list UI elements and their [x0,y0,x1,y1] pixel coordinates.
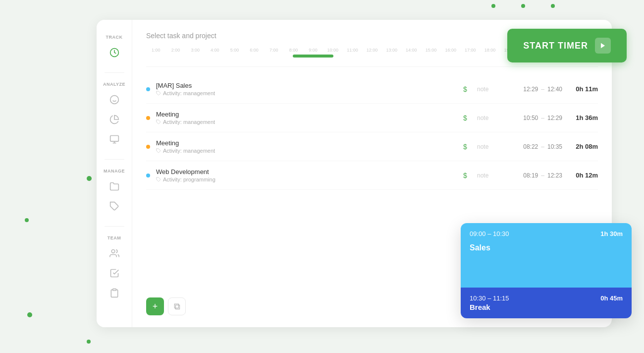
entry-note: note [477,172,497,179]
table-row[interactable]: MeetingActivity: management$note10:50–12… [146,104,598,132]
entry-billing: $ [459,114,471,122]
sidebar-section-label-analyze: ANALYZE [103,82,125,87]
entry-name: Web Development [156,168,453,176]
popup-sales-duration: 1h 30m [600,230,623,237]
svg-rect-9 [112,289,116,291]
popup-break-title: Break [470,303,623,311]
entry-time-range: 10:50–12:29 [503,115,562,121]
entry-info: [MAR] SalesActivity: management [156,82,453,96]
sidebar-section-label-manage: MANAGE [104,169,125,174]
popup-bottom-section: 10:30 – 11:15 0h 45m Break [461,288,632,318]
sidebar-icon-team-clipboard[interactable] [106,284,123,302]
sidebar-icon-analyze-pie[interactable] [106,111,123,128]
table-row[interactable]: MeetingActivity: management$note08:22–10… [146,132,598,161]
hour-label: 11:00 [343,48,363,53]
popup-break-duration: 0h 45m [600,294,623,302]
sidebar-section-team: TEAM [97,231,132,309]
entry-name: Meeting [156,139,453,147]
entry-activity: Activity: programming [156,176,453,182]
sidebar-icon-track[interactable] [106,44,123,61]
popup-top-header: 09:00 – 10:30 1h 30m [470,230,623,237]
entry-dot [146,116,150,120]
entry-dot [146,174,150,177]
sidebar-divider [105,72,124,73]
svg-rect-4 [110,136,118,142]
decorative-dot [27,312,32,317]
entry-billing: $ [459,172,471,179]
decorative-dot [87,176,92,181]
entry-billing: $ [459,143,471,151]
sidebar-section-label-team: TEAM [107,235,121,240]
table-row[interactable]: [MAR] SalesActivity: management$note12:2… [146,75,598,104]
entry-info: Web DevelopmentActivity: programming [156,168,453,182]
sidebar: TRACK ANALYZE [97,20,132,327]
table-row[interactable]: Web DevelopmentActivity: programming$not… [146,161,598,190]
sidebar-icon-team-checklist[interactable] [106,264,123,282]
entry-dot [146,87,150,91]
hour-label: 14:00 [402,48,422,53]
hour-label: 18:00 [480,48,500,53]
hour-label: 5:00 [225,48,245,53]
entry-duration: 0h 11m [568,85,598,93]
entry-name: Meeting [156,111,453,118]
decorative-dot [551,4,555,8]
entry-info: MeetingActivity: management [156,111,453,125]
copy-entry-button[interactable]: ⧉ [168,297,186,315]
hour-label: 2:00 [166,48,186,53]
hour-label: 16:00 [441,48,461,53]
decorative-dot [25,218,29,222]
timeline-segment [293,55,333,58]
popup-sales-title: Sales [470,243,623,252]
hour-label: 17:00 [461,48,481,53]
entry-activity: Activity: management [156,119,453,125]
entry-duration: 0h 12m [568,172,598,179]
decorative-dot [491,4,495,8]
start-timer-label: START TIMER [523,41,588,51]
hour-label: 3:00 [185,48,205,53]
entry-name: [MAR] Sales [156,82,453,89]
sidebar-section-track: TRACK [97,30,132,68]
entry-note: note [477,115,497,121]
sidebar-section-label-track: TRACK [106,35,123,40]
hour-label: 1:00 [146,48,166,53]
sidebar-icon-manage-tags[interactable] [106,197,123,215]
sidebar-section-analyze: ANALYZE [97,77,132,155]
entry-duration: 1h 36m [568,114,598,121]
sidebar-icon-manage-folder[interactable] [106,177,123,195]
svg-marker-14 [601,43,605,49]
hour-label: 12:00 [362,48,382,53]
sidebar-divider [105,159,124,160]
task-placeholder[interactable]: Select task and project [146,32,216,40]
svg-point-8 [111,250,115,253]
popup-top-section: 09:00 – 10:30 1h 30m Sales [461,223,632,288]
popup-sales: 09:00 – 10:30 1h 30m Sales 10:30 – 11:15… [461,223,632,318]
hour-label: 8:00 [284,48,304,53]
entry-note: note [477,86,497,93]
hour-label: 6:00 [244,48,264,53]
play-icon [595,38,611,54]
hour-label: 7:00 [264,48,284,53]
sidebar-icon-team-users[interactable] [106,244,123,262]
entry-activity: Activity: management [156,148,453,154]
entry-dot [146,145,150,149]
hour-label: 10:00 [323,48,343,53]
sidebar-divider [105,226,124,227]
sidebar-section-manage: MANAGE [97,164,132,222]
sidebar-icon-analyze-monitor[interactable] [106,130,123,148]
entry-billing: $ [459,85,471,93]
sidebar-icon-analyze-face[interactable] [106,91,123,109]
entry-info: MeetingActivity: management [156,139,453,154]
popup-break-time: 10:30 – 11:15 [470,294,509,302]
entry-time-range: 08:19–12:23 [503,172,562,179]
decorative-dot [87,340,91,344]
entry-activity: Activity: management [156,90,453,96]
start-timer-button[interactable]: START TIMER [507,29,627,62]
hour-label: 9:00 [303,48,323,53]
popup-sales-time: 09:00 – 10:30 [470,230,509,237]
hour-label: 4:00 [205,48,225,53]
hour-label: 15:00 [421,48,441,53]
svg-point-1 [110,96,118,104]
entry-duration: 2h 08m [568,143,598,150]
hour-label: 13:00 [382,48,402,53]
add-entry-button[interactable]: + [146,297,164,315]
